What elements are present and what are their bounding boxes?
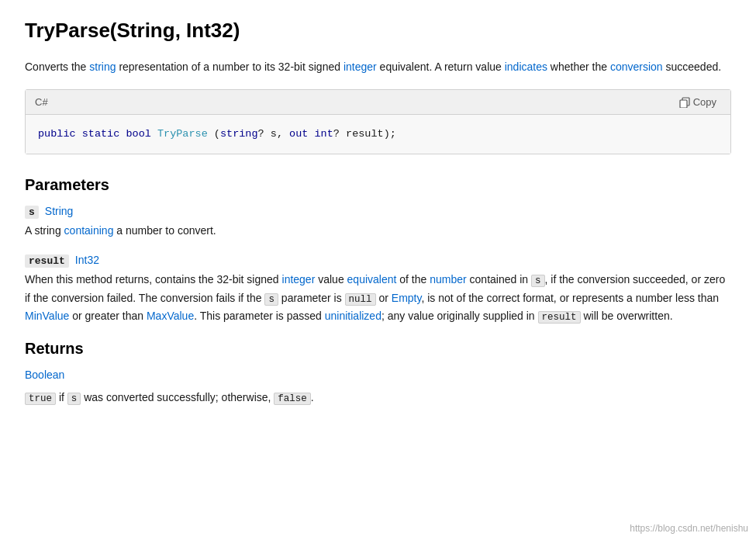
false-inline-code: false (274, 393, 311, 405)
s-inline-code-1: s (531, 275, 545, 287)
parameters-section: Parameters s String A string containing … (25, 176, 731, 326)
returns-heading: Returns (25, 340, 731, 358)
copy-icon (679, 97, 690, 108)
string-link[interactable]: string (89, 61, 116, 73)
returns-section: Returns Boolean true if s was converted … (25, 340, 731, 407)
page-description: Converts the string representation of a … (25, 58, 731, 75)
param-s-type-link[interactable]: String (45, 205, 74, 217)
returns-type-link[interactable]: Boolean (25, 369, 731, 381)
code-block: C# Copy public static bool TryParse (str… (25, 89, 731, 154)
param-result-name: result (25, 254, 69, 268)
s-returns-inline-code: s (67, 393, 81, 405)
copy-button[interactable]: Copy (675, 95, 721, 109)
s-inline-code-2: s (264, 293, 278, 306)
param-s-block: s String A string containing a number to… (25, 205, 731, 240)
maxvalue-link[interactable]: MaxValue (147, 310, 194, 322)
param-s-name: s (25, 206, 39, 219)
returns-description: true if s was converted successfully; ot… (25, 389, 731, 407)
uninitialized-link[interactable]: uninitialized (325, 310, 381, 322)
param-result-description: When this method returns, contains the 3… (25, 271, 731, 326)
integer-link[interactable]: integer (343, 61, 377, 73)
number-link[interactable]: number (430, 273, 466, 286)
param-result-block: result Int32 When this method returns, c… (25, 254, 731, 326)
equivalent-link[interactable]: equivalent (347, 273, 397, 286)
svg-rect-1 (680, 100, 687, 108)
true-inline-code: true (25, 393, 56, 405)
code-content: public static bool TryParse (string? s, … (38, 128, 396, 140)
param-result-type-link[interactable]: Int32 (75, 254, 99, 266)
containing-link[interactable]: containing (64, 224, 114, 237)
result-inline-code: result (538, 311, 581, 324)
minvalue-link[interactable]: MinValue (25, 310, 69, 322)
param-s-description: A string containing a number to convert. (25, 222, 731, 240)
empty-link[interactable]: Empty (392, 292, 422, 304)
code-language-label: C# (35, 96, 48, 108)
conversion-link[interactable]: conversion (610, 61, 663, 73)
code-block-body: public static bool TryParse (string? s, … (26, 115, 730, 154)
parameters-heading: Parameters (25, 176, 731, 194)
integer-value-link[interactable]: integer (282, 273, 316, 286)
null-inline-code: null (345, 293, 376, 306)
code-block-header: C# Copy (26, 90, 730, 115)
indicates-link[interactable]: indicates (505, 61, 547, 73)
page-title: TryParse(String, Int32) (25, 19, 731, 43)
copy-label: Copy (693, 96, 716, 108)
